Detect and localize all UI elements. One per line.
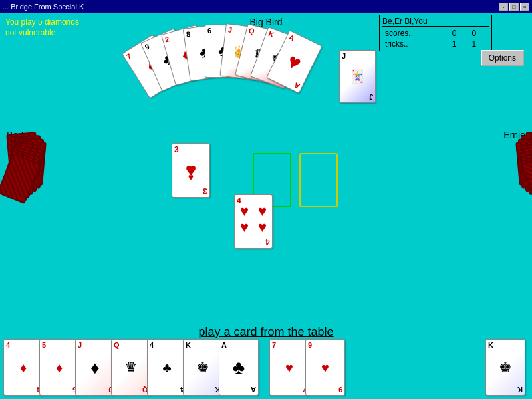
score-header: Be,Er Bi,You xyxy=(382,17,489,27)
options-button[interactable]: Options xyxy=(481,50,524,66)
titlebar-title: ... Bridge From Special K xyxy=(3,3,499,11)
play-box-east xyxy=(299,153,338,207)
south-card-6[interactable]: K ♚ K xyxy=(183,339,223,396)
maximize-button[interactable]: □ xyxy=(509,3,519,11)
minimize-button[interactable]: - xyxy=(499,3,508,11)
south-card-3[interactable]: J ♦ J xyxy=(75,339,115,396)
score-row-1: scores.. 0 0 xyxy=(382,28,489,39)
south-card-2[interactable]: 5 ♦ 5 xyxy=(39,339,79,396)
south-card-8[interactable]: 7 ♥ 7 xyxy=(269,339,309,396)
info-line1: You play 5 diamonds xyxy=(5,17,79,27)
game-message: play a card from the table xyxy=(198,325,333,339)
score-v2-1: 0 xyxy=(469,28,489,39)
south-card-4[interactable]: Q ♛ Q xyxy=(111,339,151,396)
played-south-card[interactable]: 4 ♥ ♥ ♥ ♥ 4 xyxy=(234,194,273,249)
score-header-text: Be,Er Bi,You xyxy=(382,17,428,26)
south-card-10[interactable]: K ♚ K xyxy=(485,339,525,396)
info-line2: not vulnerable xyxy=(5,27,79,38)
played-north-card: 3 ♥ ♥ ♥ 3 xyxy=(172,143,210,198)
score-v2-2: 1 xyxy=(469,39,489,49)
score-v1-2: 1 xyxy=(450,39,469,49)
score-v1-1: 0 xyxy=(450,28,469,39)
north-card-jack-spades: J 🃏 J xyxy=(339,50,376,103)
titlebar: ... Bridge From Special K - □ × xyxy=(0,0,532,13)
south-card-7[interactable]: A ♣ A xyxy=(219,339,259,396)
south-card-5[interactable]: 4 ♣ 4 xyxy=(147,339,187,396)
game-info: You play 5 diamonds not vulnerable xyxy=(5,17,79,38)
close-button[interactable]: × xyxy=(520,3,529,11)
score-label-2: tricks.. xyxy=(382,39,450,49)
score-panel: Be,Er Bi,You scores.. 0 0 tricks.. 1 1 xyxy=(379,15,492,51)
score-row-2: tricks.. 1 1 xyxy=(382,39,489,49)
titlebar-buttons[interactable]: - □ × xyxy=(499,3,529,11)
south-card-1[interactable]: 4 ♦ 4 xyxy=(3,339,43,396)
south-hand: 4 ♦ 4 5 ♦ 5 J ♦ J Q ♛ Q 4 ♣ 4 K ♚ K A ♣ … xyxy=(0,339,532,396)
south-card-9[interactable]: 9 ♥ 9 xyxy=(305,339,345,396)
score-label-1: scores.. xyxy=(382,28,450,39)
score-table: scores.. 0 0 tricks.. 1 1 xyxy=(382,28,489,49)
